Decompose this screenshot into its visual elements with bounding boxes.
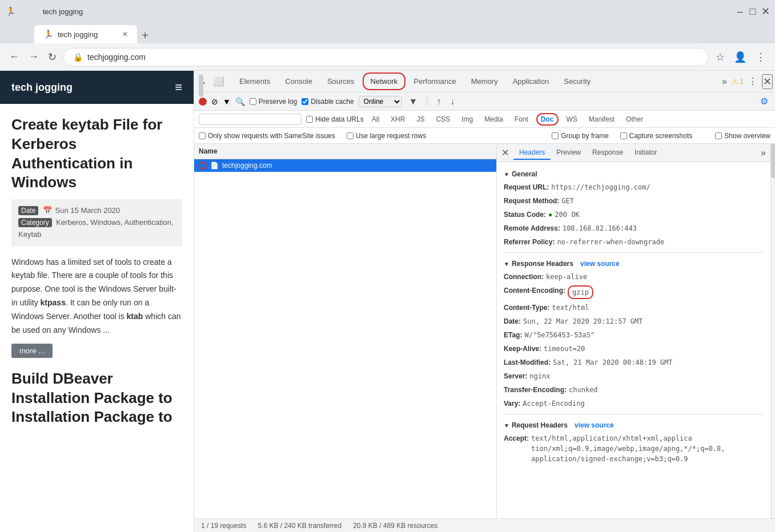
hide-data-urls-checkbox[interactable]: Hide data URLs bbox=[306, 115, 364, 123]
close-panel-button[interactable]: ✕ bbox=[501, 147, 509, 158]
status-code-val: 200 OK bbox=[555, 209, 579, 220]
only-samesite-input[interactable] bbox=[199, 132, 206, 139]
throttling-select[interactable]: Online Fast 3G Slow 3G Offline bbox=[359, 96, 402, 107]
name-header: Name bbox=[199, 147, 218, 155]
filter-manifest[interactable]: Manifest bbox=[585, 114, 618, 124]
filter-font[interactable]: Font bbox=[511, 114, 532, 124]
date-icon: 📅 bbox=[43, 206, 52, 215]
browser-menu-button[interactable]: ⋮ bbox=[753, 49, 768, 66]
tab-console[interactable]: Console bbox=[278, 74, 319, 89]
stop-button[interactable]: ⊘ bbox=[211, 97, 218, 106]
tab-sources[interactable]: Sources bbox=[320, 74, 362, 89]
tab-memory[interactable]: Memory bbox=[464, 74, 505, 89]
account-button[interactable]: 👤 bbox=[732, 49, 749, 66]
filter-media[interactable]: Media bbox=[481, 114, 507, 124]
reload-button[interactable]: ↻ bbox=[46, 49, 59, 66]
url-text: techjogging.com bbox=[87, 53, 146, 62]
minimize-button[interactable]: – bbox=[736, 7, 744, 15]
capture-screenshots-input[interactable] bbox=[620, 132, 627, 139]
server-row: Server: nginx bbox=[504, 369, 764, 383]
tab-headers[interactable]: Headers bbox=[513, 146, 551, 160]
scrollbar-thumb[interactable] bbox=[771, 144, 775, 178]
star-button[interactable]: ☆ bbox=[713, 49, 727, 66]
large-rows-input[interactable] bbox=[347, 132, 354, 139]
preserve-log-input[interactable] bbox=[250, 98, 256, 105]
maximize-button[interactable]: □ bbox=[749, 7, 757, 15]
group-by-frame-input[interactable] bbox=[552, 132, 559, 139]
response-headers-view-source[interactable]: view source bbox=[580, 260, 620, 268]
filter-bar: Hide data URLs All XHR JS CSS Img Media … bbox=[194, 111, 775, 128]
request-domain: techjogging.com bbox=[222, 162, 272, 170]
filter-js[interactable]: JS bbox=[413, 114, 428, 124]
tab-initiator[interactable]: Initiator bbox=[629, 146, 662, 160]
hide-data-urls-input[interactable] bbox=[306, 116, 313, 123]
transfer-encoding-val: chunked bbox=[569, 385, 598, 395]
disable-cache-input[interactable] bbox=[302, 98, 308, 105]
search-icon: 🔍 bbox=[235, 97, 245, 106]
network-settings-button[interactable]: ⚙ bbox=[758, 94, 770, 109]
filter-other[interactable]: Other bbox=[623, 114, 646, 124]
disable-cache-checkbox[interactable]: Disable cache bbox=[302, 98, 354, 106]
show-overview-input[interactable] bbox=[715, 132, 722, 139]
active-tab[interactable]: 🏃 tech jogging ✕ bbox=[34, 25, 137, 43]
filter-input[interactable] bbox=[199, 114, 302, 125]
large-rows-checkbox[interactable]: Use large request rows bbox=[347, 132, 426, 140]
more-button[interactable]: more ... bbox=[11, 344, 53, 358]
filter-img[interactable]: Img bbox=[458, 114, 476, 124]
post2-subtitle: Installation Package to bbox=[11, 408, 172, 425]
disable-cache-label: Disable cache bbox=[311, 98, 354, 106]
request-method-val: GET bbox=[561, 196, 574, 206]
throttling-options-button[interactable]: ▼ bbox=[407, 94, 420, 109]
request-file-icon: 📄 bbox=[210, 162, 219, 170]
requests-panel: Name 📄 techjogging.com bbox=[194, 144, 497, 518]
address-input[interactable]: 🔒 techjogging.com bbox=[63, 48, 709, 66]
request-row-selected[interactable]: 📄 techjogging.com bbox=[194, 159, 496, 172]
close-window-button[interactable]: ✕ bbox=[761, 7, 769, 15]
general-section-header: General bbox=[504, 167, 764, 180]
tab-preview[interactable]: Preview bbox=[551, 146, 587, 160]
more-tabs-button[interactable]: » bbox=[720, 74, 729, 89]
keep-alive-row: Keep-Alive: timeout=20 bbox=[504, 342, 764, 356]
tab-response[interactable]: Response bbox=[587, 146, 629, 160]
record-button[interactable] bbox=[199, 98, 207, 106]
post2-title: Build DBeaver Installation Package to bbox=[11, 369, 182, 408]
headers-panel[interactable]: ✕ Headers Preview Response Initiator » G… bbox=[497, 144, 770, 518]
tab-network[interactable]: Network bbox=[363, 72, 406, 90]
preserve-log-label: Preserve log bbox=[259, 98, 297, 106]
hide-data-urls-label: Hide data URLs bbox=[315, 115, 364, 123]
large-rows-label: Use large request rows bbox=[356, 132, 426, 140]
only-samesite-checkbox[interactable]: Only show requests with SameSite issues bbox=[199, 132, 335, 140]
show-overview-checkbox[interactable]: Show overview bbox=[715, 132, 770, 140]
forward-button[interactable]: → bbox=[26, 49, 41, 65]
referrer-policy-row: Referrer Policy: no-referrer-when-downgr… bbox=[504, 235, 764, 249]
only-samesite-label: Only show requests with SameSite issues bbox=[208, 132, 335, 140]
download-icon[interactable]: ↓ bbox=[448, 94, 457, 109]
hamburger-menu[interactable]: ≡ bbox=[175, 80, 182, 95]
headers-scrollbar[interactable] bbox=[770, 144, 775, 518]
tab-performance[interactable]: Performance bbox=[407, 74, 463, 89]
filter-css[interactable]: CSS bbox=[432, 114, 453, 124]
browser-title: tech jogging bbox=[43, 7, 83, 16]
capture-screenshots-checkbox[interactable]: Capture screenshots bbox=[620, 132, 693, 140]
filter-doc[interactable]: Doc bbox=[536, 113, 559, 126]
devtools-close-button[interactable]: ✕ bbox=[762, 74, 773, 89]
tab-bar: 🏃 tech jogging ✕ + bbox=[0, 23, 775, 43]
headers-more-button[interactable]: » bbox=[761, 148, 766, 158]
devtools-menu-button[interactable]: ⋮ bbox=[746, 74, 760, 89]
browser-titlebar: 🏃 tech jogging – □ ✕ bbox=[0, 0, 775, 23]
preserve-log-checkbox[interactable]: Preserve log bbox=[250, 98, 297, 106]
filter-all[interactable]: All bbox=[368, 114, 383, 124]
filter-xhr[interactable]: XHR bbox=[387, 114, 408, 124]
tab-application[interactable]: Application bbox=[506, 74, 556, 89]
tab-security[interactable]: Security bbox=[557, 74, 597, 89]
upload-icon[interactable]: ↑ bbox=[434, 94, 443, 109]
content-encoding-box: gzip bbox=[568, 285, 593, 299]
new-tab-button[interactable]: + bbox=[137, 27, 153, 43]
filter-ws[interactable]: WS bbox=[563, 114, 581, 124]
request-headers-view-source[interactable]: view source bbox=[575, 421, 614, 429]
tab-close-button[interactable]: ✕ bbox=[122, 30, 128, 38]
device-mode-button[interactable]: ⬜ bbox=[211, 74, 227, 89]
group-by-frame-checkbox[interactable]: Group by frame bbox=[552, 132, 608, 140]
back-button[interactable]: ← bbox=[7, 49, 22, 65]
tab-elements[interactable]: Elements bbox=[232, 74, 277, 89]
